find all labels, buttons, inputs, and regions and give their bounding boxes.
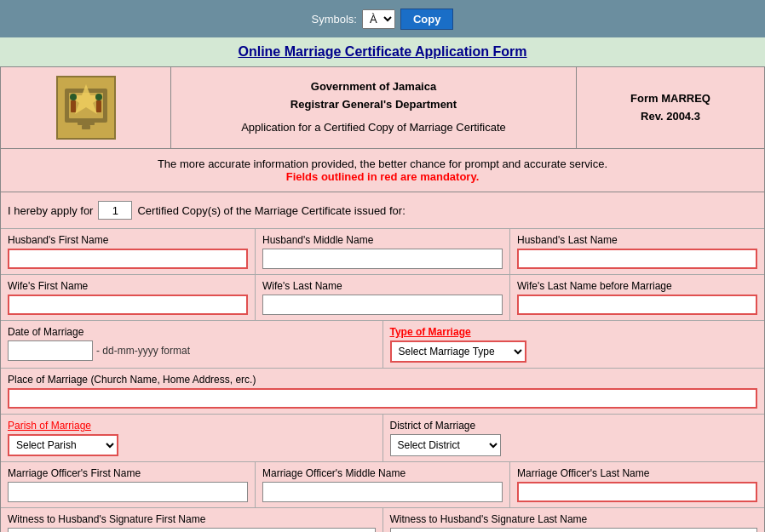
wife-first-label: Wife's First Name [8, 280, 248, 292]
officer-row: Marriage Officer's First Name Marriage O… [1, 462, 764, 508]
dept-name: Registrar General's Department [180, 96, 567, 114]
husband-middle-label: Husband's Middle Name [262, 234, 503, 246]
officer-middle-input[interactable] [262, 482, 503, 502]
wife-name-row: Wife's First Name Wife's Last Name Wife'… [1, 275, 764, 321]
husband-last-cell: Husband's Last Name [510, 229, 764, 274]
date-label: Date of Marriage [8, 326, 376, 338]
officer-last-cell: Marriage Officer's Last Name [510, 462, 764, 507]
place-row: Place of Marriage (Church Name, Home Add… [1, 369, 764, 415]
district-label: District of Marriage [390, 420, 758, 432]
witness-husband-last-input[interactable] [390, 528, 758, 532]
quantity-input[interactable] [98, 201, 132, 220]
officer-last-input[interactable] [517, 482, 757, 502]
coat-of-arms [56, 76, 116, 140]
wife-maiden-label: Wife's Last Name before Marriage [517, 280, 757, 292]
officer-first-input[interactable] [8, 482, 248, 502]
svg-rect-8 [71, 100, 76, 112]
apply-for-row: I hereby apply for Certified Copy(s) of … [1, 192, 764, 229]
app-description: Application for a Certified Copy of Marr… [180, 119, 567, 137]
district-select[interactable]: Select District [390, 434, 501, 456]
type-label: Type of Marriage [390, 326, 758, 338]
svg-point-6 [70, 94, 77, 100]
date-input[interactable] [8, 340, 93, 361]
officer-middle-label: Marriage Officer's Middle Name [262, 467, 503, 479]
husband-last-input[interactable] [517, 249, 757, 269]
officer-first-cell: Marriage Officer's First Name [1, 462, 256, 507]
husband-first-label: Husband's First Name [8, 234, 248, 246]
page-title: Online Marriage Certificate Application … [0, 37, 765, 66]
officer-first-label: Marriage Officer's First Name [8, 467, 248, 479]
header-right: Form MARREQ Rev. 2004.3 [577, 67, 764, 148]
svg-rect-9 [96, 100, 101, 112]
witness-husband-last-label: Witness to Husband's Signature Last Name [390, 513, 758, 525]
svg-rect-4 [78, 118, 95, 125]
info-row: The more accurate information provided, … [1, 149, 764, 192]
witness-husband-last-cell: Witness to Husband's Signature Last Name [383, 508, 765, 532]
form-name: Form MARREQ [585, 90, 756, 108]
husband-last-label: Husband's Last Name [517, 234, 757, 246]
witness-husband-first-label: Witness to Husband's Signature First Nam… [8, 513, 376, 525]
marriage-type-select[interactable]: Select Marriage Type Civil Religious Com… [390, 340, 526, 363]
info-main-text: The more accurate information provided, … [9, 157, 756, 170]
date-format-hint: - dd-mm-yyyy format [96, 345, 190, 357]
apply-for-label-after: Certified Copy(s) of the Marriage Certif… [137, 204, 405, 217]
parish-label: Parish of Marriage [8, 420, 376, 432]
district-cell: District of Marriage Select District [383, 415, 765, 461]
form-container: Government of Jamaica Registrar General'… [0, 66, 765, 532]
wife-maiden-cell: Wife's Last Name before Marriage [510, 275, 764, 320]
wife-first-input[interactable] [8, 295, 248, 315]
type-cell: Type of Marriage Select Marriage Type Ci… [383, 321, 765, 368]
date-cell: Date of Marriage - dd-mm-yyyy format [1, 321, 383, 368]
witness-husband-first-input[interactable] [8, 528, 376, 532]
form-rev: Rev. 2004.3 [585, 108, 756, 126]
svg-rect-5 [82, 125, 90, 129]
symbols-label: Symbols: [312, 13, 357, 26]
wife-last-input[interactable] [262, 295, 503, 315]
officer-last-label: Marriage Officer's Last Name [517, 467, 757, 479]
wife-first-cell: Wife's First Name [1, 275, 256, 320]
header-center: Government of Jamaica Registrar General'… [171, 67, 577, 148]
husband-first-cell: Husband's First Name [1, 229, 256, 274]
husband-name-row: Husband's First Name Husband's Middle Na… [1, 229, 764, 275]
gov-name: Government of Jamaica [180, 78, 567, 96]
logo-cell [1, 67, 171, 148]
husband-first-input[interactable] [8, 249, 248, 269]
wife-last-cell: Wife's Last Name [256, 275, 510, 320]
husband-middle-input[interactable] [262, 249, 503, 269]
wife-last-label: Wife's Last Name [262, 280, 503, 292]
parish-cell: Parish of Marriage Select Parish Kingsto… [1, 415, 383, 461]
date-type-row: Date of Marriage - dd-mm-yyyy format Typ… [1, 321, 764, 369]
copy-button[interactable]: Copy [400, 9, 454, 30]
mandatory-text: Fields outlined in red are mandatory. [9, 170, 756, 183]
parish-district-row: Parish of Marriage Select Parish Kingsto… [1, 415, 764, 462]
toolbar: Symbols: À Copy [0, 0, 765, 37]
place-label: Place of Marriage (Church Name, Home Add… [8, 374, 757, 386]
place-input[interactable] [8, 388, 757, 409]
svg-point-7 [95, 94, 102, 100]
husband-middle-cell: Husband's Middle Name [256, 229, 510, 274]
wife-maiden-input[interactable] [517, 295, 757, 315]
witness-husband-first-cell: Witness to Husband's Signature First Nam… [1, 508, 383, 532]
parish-select[interactable]: Select Parish Kingston St. Andrew St. Th… [8, 434, 118, 456]
header-row: Government of Jamaica Registrar General'… [1, 67, 764, 149]
officer-middle-cell: Marriage Officer's Middle Name [256, 462, 510, 507]
symbol-select[interactable]: À [362, 9, 395, 29]
apply-for-label-before: I hereby apply for [8, 204, 93, 217]
witness-row: Witness to Husband's Signature First Nam… [1, 508, 764, 532]
